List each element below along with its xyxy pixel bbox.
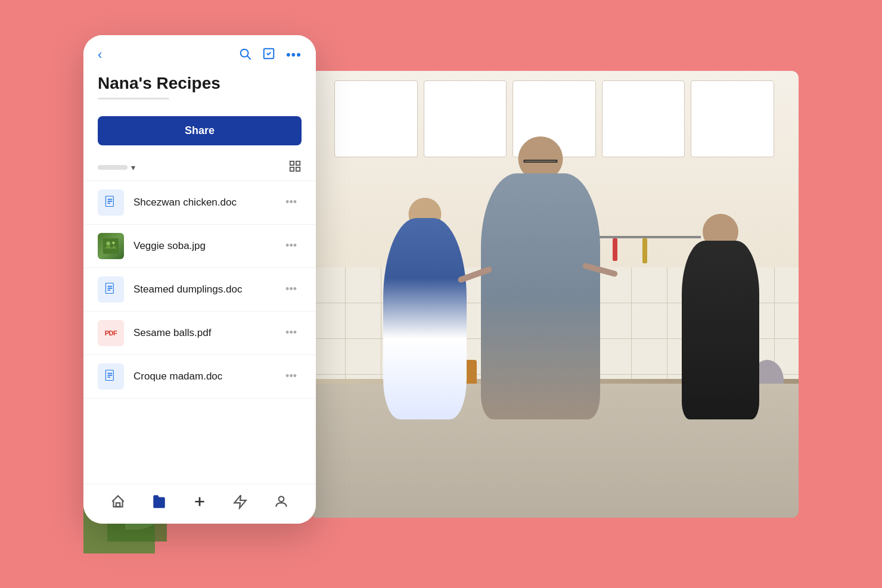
file-more-icon[interactable]: ••• xyxy=(281,368,302,385)
bottom-nav xyxy=(83,484,316,524)
back-button[interactable]: ‹ xyxy=(98,47,102,63)
file-more-icon[interactable]: ••• xyxy=(281,194,302,211)
file-item[interactable]: PDF Sesame balls.pdf ••• xyxy=(83,312,316,355)
check-icon[interactable] xyxy=(262,47,275,63)
nav-profile[interactable] xyxy=(274,494,289,509)
svg-rect-4 xyxy=(296,161,300,164)
toolbar-row: ▾ xyxy=(83,155,316,181)
svg-rect-6 xyxy=(296,167,300,170)
doc-file-icon xyxy=(98,189,124,216)
file-more-icon[interactable]: ••• xyxy=(281,237,302,254)
svg-line-1 xyxy=(247,56,250,59)
nav-files[interactable] xyxy=(151,494,167,509)
file-name: Sesame balls.pdf xyxy=(133,327,281,339)
nav-add[interactable] xyxy=(192,494,207,509)
file-item[interactable]: Veggie soba.jpg ••• xyxy=(83,225,316,268)
nav-activity[interactable] xyxy=(232,494,248,509)
file-item[interactable]: Croque madam.doc ••• xyxy=(83,355,316,399)
chevron-down-icon: ▾ xyxy=(131,163,135,172)
svg-rect-22 xyxy=(116,503,120,507)
title-underline xyxy=(98,98,169,99)
header-icons: ••• xyxy=(238,47,302,63)
file-item[interactable]: Steamed dumplings.doc ••• xyxy=(83,268,316,312)
kitchen-photo xyxy=(310,71,799,518)
folder-title: Nana's Recipes xyxy=(98,74,302,93)
file-name: Croque madam.doc xyxy=(133,371,281,382)
person-left xyxy=(383,218,467,419)
phone-header: ‹ ••• xyxy=(83,35,316,69)
person-center xyxy=(481,173,600,419)
file-item[interactable]: Shcezwan chicken.doc ••• xyxy=(83,181,316,225)
doc-file-icon xyxy=(98,363,124,390)
file-more-icon[interactable]: ••• xyxy=(281,281,302,298)
nav-home[interactable] xyxy=(110,494,126,509)
grid-view-icon[interactable] xyxy=(288,160,302,176)
file-more-icon[interactable]: ••• xyxy=(281,324,302,341)
file-name: Veggie soba.jpg xyxy=(133,240,281,252)
pdf-file-icon: PDF xyxy=(98,320,124,346)
img-file-icon xyxy=(98,233,124,259)
more-icon[interactable]: ••• xyxy=(286,47,302,63)
share-button[interactable]: Share xyxy=(98,116,302,145)
person-right xyxy=(682,241,759,419)
scene: ‹ ••• Nana's Recipes xyxy=(83,35,799,553)
svg-point-13 xyxy=(112,241,114,244)
file-list: Shcezwan chicken.doc ••• Veggie soba xyxy=(83,181,316,484)
file-name: Shcezwan chicken.doc xyxy=(133,197,281,209)
phone-card: ‹ ••• Nana's Recipes xyxy=(83,35,316,524)
svg-rect-3 xyxy=(290,161,294,164)
title-area: Nana's Recipes xyxy=(83,69,316,109)
search-icon[interactable] xyxy=(238,47,251,63)
file-name: Steamed dumplings.doc xyxy=(133,284,281,295)
svg-rect-5 xyxy=(290,167,294,170)
svg-rect-11 xyxy=(103,238,119,254)
doc-file-icon xyxy=(98,276,124,303)
sort-control[interactable]: ▾ xyxy=(98,163,135,172)
svg-point-25 xyxy=(278,496,284,502)
sort-bar xyxy=(98,165,128,170)
